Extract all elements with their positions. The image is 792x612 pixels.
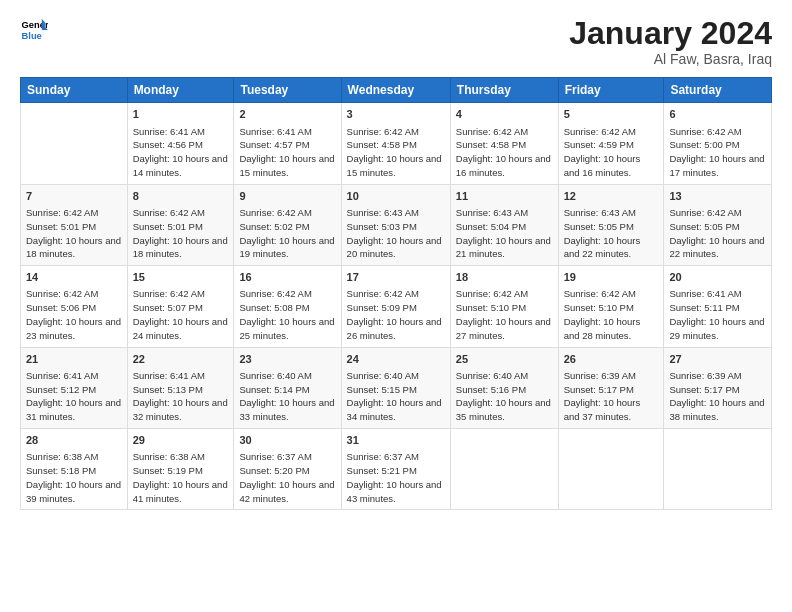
day-info: Sunrise: 6:42 AMSunset: 5:10 PMDaylight:… xyxy=(456,287,553,342)
day-number: 13 xyxy=(669,189,766,204)
calendar-cell xyxy=(558,429,664,510)
day-info: Sunrise: 6:42 AMSunset: 4:59 PMDaylight:… xyxy=(564,125,659,180)
day-info: Sunrise: 6:42 AMSunset: 5:05 PMDaylight:… xyxy=(669,206,766,261)
calendar-cell: 24Sunrise: 6:40 AMSunset: 5:15 PMDayligh… xyxy=(341,347,450,428)
day-number: 24 xyxy=(347,352,445,367)
calendar-cell: 16Sunrise: 6:42 AMSunset: 5:08 PMDayligh… xyxy=(234,266,341,347)
day-info: Sunrise: 6:39 AMSunset: 5:17 PMDaylight:… xyxy=(564,369,659,424)
day-info: Sunrise: 6:41 AMSunset: 4:56 PMDaylight:… xyxy=(133,125,229,180)
day-number: 22 xyxy=(133,352,229,367)
day-info: Sunrise: 6:42 AMSunset: 4:58 PMDaylight:… xyxy=(456,125,553,180)
calendar-cell: 26Sunrise: 6:39 AMSunset: 5:17 PMDayligh… xyxy=(558,347,664,428)
day-info: Sunrise: 6:42 AMSunset: 5:07 PMDaylight:… xyxy=(133,287,229,342)
week-row-4: 21Sunrise: 6:41 AMSunset: 5:12 PMDayligh… xyxy=(21,347,772,428)
day-info: Sunrise: 6:37 AMSunset: 5:21 PMDaylight:… xyxy=(347,450,445,505)
day-info: Sunrise: 6:42 AMSunset: 5:10 PMDaylight:… xyxy=(564,287,659,342)
day-info: Sunrise: 6:43 AMSunset: 5:04 PMDaylight:… xyxy=(456,206,553,261)
day-info: Sunrise: 6:38 AMSunset: 5:18 PMDaylight:… xyxy=(26,450,122,505)
calendar-cell: 21Sunrise: 6:41 AMSunset: 5:12 PMDayligh… xyxy=(21,347,128,428)
day-info: Sunrise: 6:38 AMSunset: 5:19 PMDaylight:… xyxy=(133,450,229,505)
calendar-cell: 30Sunrise: 6:37 AMSunset: 5:20 PMDayligh… xyxy=(234,429,341,510)
day-number: 6 xyxy=(669,107,766,122)
week-row-1: 1Sunrise: 6:41 AMSunset: 4:56 PMDaylight… xyxy=(21,103,772,184)
calendar-cell: 18Sunrise: 6:42 AMSunset: 5:10 PMDayligh… xyxy=(450,266,558,347)
month-title: January 2024 xyxy=(569,16,772,51)
col-header-friday: Friday xyxy=(558,78,664,103)
calendar-cell: 4Sunrise: 6:42 AMSunset: 4:58 PMDaylight… xyxy=(450,103,558,184)
calendar-cell: 25Sunrise: 6:40 AMSunset: 5:16 PMDayligh… xyxy=(450,347,558,428)
day-number: 16 xyxy=(239,270,335,285)
day-number: 26 xyxy=(564,352,659,367)
day-info: Sunrise: 6:41 AMSunset: 5:11 PMDaylight:… xyxy=(669,287,766,342)
day-number: 2 xyxy=(239,107,335,122)
day-number: 28 xyxy=(26,433,122,448)
day-number: 3 xyxy=(347,107,445,122)
calendar-cell: 6Sunrise: 6:42 AMSunset: 5:00 PMDaylight… xyxy=(664,103,772,184)
day-number: 5 xyxy=(564,107,659,122)
calendar-cell: 8Sunrise: 6:42 AMSunset: 5:01 PMDaylight… xyxy=(127,184,234,265)
day-number: 12 xyxy=(564,189,659,204)
svg-text:Blue: Blue xyxy=(22,31,42,41)
calendar-cell xyxy=(21,103,128,184)
day-number: 19 xyxy=(564,270,659,285)
day-number: 17 xyxy=(347,270,445,285)
calendar-table: SundayMondayTuesdayWednesdayThursdayFrid… xyxy=(20,77,772,510)
calendar-cell xyxy=(450,429,558,510)
col-header-saturday: Saturday xyxy=(664,78,772,103)
day-info: Sunrise: 6:42 AMSunset: 5:01 PMDaylight:… xyxy=(133,206,229,261)
day-info: Sunrise: 6:43 AMSunset: 5:05 PMDaylight:… xyxy=(564,206,659,261)
day-info: Sunrise: 6:41 AMSunset: 4:57 PMDaylight:… xyxy=(239,125,335,180)
location: Al Faw, Basra, Iraq xyxy=(569,51,772,67)
day-info: Sunrise: 6:42 AMSunset: 5:02 PMDaylight:… xyxy=(239,206,335,261)
day-info: Sunrise: 6:40 AMSunset: 5:16 PMDaylight:… xyxy=(456,369,553,424)
day-info: Sunrise: 6:41 AMSunset: 5:12 PMDaylight:… xyxy=(26,369,122,424)
day-info: Sunrise: 6:42 AMSunset: 5:01 PMDaylight:… xyxy=(26,206,122,261)
calendar-page: General Blue January 2024 Al Faw, Basra,… xyxy=(0,0,792,612)
day-info: Sunrise: 6:42 AMSunset: 5:06 PMDaylight:… xyxy=(26,287,122,342)
header: General Blue January 2024 Al Faw, Basra,… xyxy=(20,16,772,67)
calendar-cell: 20Sunrise: 6:41 AMSunset: 5:11 PMDayligh… xyxy=(664,266,772,347)
day-number: 11 xyxy=(456,189,553,204)
day-number: 1 xyxy=(133,107,229,122)
logo: General Blue xyxy=(20,16,48,44)
day-info: Sunrise: 6:41 AMSunset: 5:13 PMDaylight:… xyxy=(133,369,229,424)
calendar-cell: 11Sunrise: 6:43 AMSunset: 5:04 PMDayligh… xyxy=(450,184,558,265)
calendar-cell: 7Sunrise: 6:42 AMSunset: 5:01 PMDaylight… xyxy=(21,184,128,265)
day-info: Sunrise: 6:42 AMSunset: 5:09 PMDaylight:… xyxy=(347,287,445,342)
calendar-cell: 10Sunrise: 6:43 AMSunset: 5:03 PMDayligh… xyxy=(341,184,450,265)
week-row-2: 7Sunrise: 6:42 AMSunset: 5:01 PMDaylight… xyxy=(21,184,772,265)
calendar-cell: 15Sunrise: 6:42 AMSunset: 5:07 PMDayligh… xyxy=(127,266,234,347)
calendar-cell xyxy=(664,429,772,510)
logo-icon: General Blue xyxy=(20,16,48,44)
col-header-monday: Monday xyxy=(127,78,234,103)
day-number: 31 xyxy=(347,433,445,448)
day-number: 18 xyxy=(456,270,553,285)
day-number: 4 xyxy=(456,107,553,122)
calendar-cell: 31Sunrise: 6:37 AMSunset: 5:21 PMDayligh… xyxy=(341,429,450,510)
day-number: 14 xyxy=(26,270,122,285)
day-info: Sunrise: 6:42 AMSunset: 5:08 PMDaylight:… xyxy=(239,287,335,342)
calendar-cell: 19Sunrise: 6:42 AMSunset: 5:10 PMDayligh… xyxy=(558,266,664,347)
day-number: 29 xyxy=(133,433,229,448)
calendar-cell: 9Sunrise: 6:42 AMSunset: 5:02 PMDaylight… xyxy=(234,184,341,265)
calendar-cell: 5Sunrise: 6:42 AMSunset: 4:59 PMDaylight… xyxy=(558,103,664,184)
calendar-cell: 28Sunrise: 6:38 AMSunset: 5:18 PMDayligh… xyxy=(21,429,128,510)
week-row-5: 28Sunrise: 6:38 AMSunset: 5:18 PMDayligh… xyxy=(21,429,772,510)
day-number: 21 xyxy=(26,352,122,367)
day-number: 20 xyxy=(669,270,766,285)
col-header-thursday: Thursday xyxy=(450,78,558,103)
day-number: 8 xyxy=(133,189,229,204)
calendar-cell: 22Sunrise: 6:41 AMSunset: 5:13 PMDayligh… xyxy=(127,347,234,428)
week-row-3: 14Sunrise: 6:42 AMSunset: 5:06 PMDayligh… xyxy=(21,266,772,347)
calendar-cell: 14Sunrise: 6:42 AMSunset: 5:06 PMDayligh… xyxy=(21,266,128,347)
day-number: 15 xyxy=(133,270,229,285)
col-header-sunday: Sunday xyxy=(21,78,128,103)
calendar-cell: 13Sunrise: 6:42 AMSunset: 5:05 PMDayligh… xyxy=(664,184,772,265)
day-info: Sunrise: 6:40 AMSunset: 5:15 PMDaylight:… xyxy=(347,369,445,424)
col-header-tuesday: Tuesday xyxy=(234,78,341,103)
calendar-cell: 12Sunrise: 6:43 AMSunset: 5:05 PMDayligh… xyxy=(558,184,664,265)
calendar-cell: 29Sunrise: 6:38 AMSunset: 5:19 PMDayligh… xyxy=(127,429,234,510)
calendar-cell: 3Sunrise: 6:42 AMSunset: 4:58 PMDaylight… xyxy=(341,103,450,184)
day-number: 7 xyxy=(26,189,122,204)
day-number: 30 xyxy=(239,433,335,448)
